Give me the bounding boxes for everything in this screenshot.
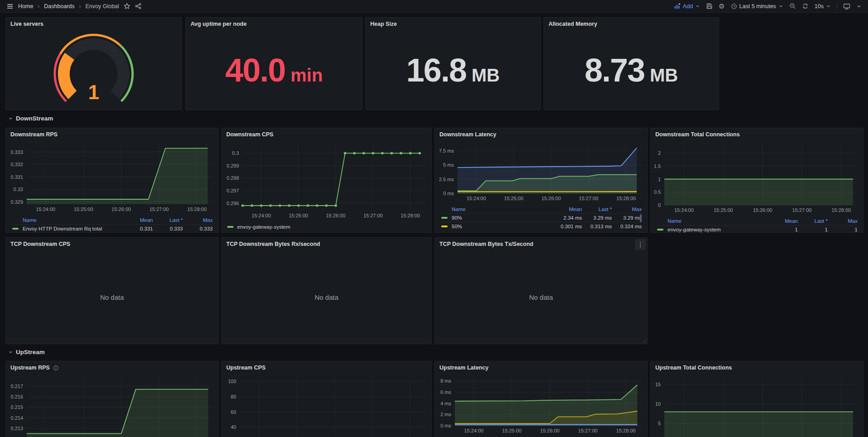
downstream-latency-chart[interactable]: 15:24:0015:25:0015:26:0015:27:0015:28:00…: [435, 141, 647, 205]
panel-tcp-downstream-cps: TCP Downstream CPS No data: [5, 237, 219, 344]
hamburger-menu-icon[interactable]: [6, 3, 14, 10]
panel-title[interactable]: TCP Downstream Bytes Rx/second: [222, 238, 431, 250]
gauge-svg: 1: [8, 30, 180, 108]
svg-text:15:24:00: 15:24:00: [464, 428, 484, 433]
add-button[interactable]: Add: [674, 3, 700, 10]
svg-text:40: 40: [231, 424, 236, 430]
panel-allocated-memory: Allocated Memory 8.73 MB: [544, 17, 719, 110]
panel-title[interactable]: TCP Downstream CPS: [6, 238, 218, 250]
legend-series-name[interactable]: 90%: [441, 215, 552, 221]
save-dashboard-icon[interactable]: [706, 3, 713, 10]
svg-text:15:26:00: 15:26:00: [540, 428, 560, 433]
legend-col[interactable]: Mean: [768, 218, 798, 224]
legend-scrollbar[interactable]: [640, 214, 642, 222]
panel-title-text: TCP Downstream Bytes Rx/second: [226, 241, 320, 247]
panel-title[interactable]: Allocated Memory: [544, 18, 719, 30]
legend-series-name[interactable]: envoy-gateway-system: [657, 227, 768, 232]
panel-menu-kebab-icon[interactable]: ⋮: [635, 239, 646, 250]
legend-col[interactable]: Mean: [123, 217, 153, 223]
panel-upstream-total-connections: Upstream Total Connections 15:24:0015:25…: [650, 361, 863, 437]
tv-mode-icon[interactable]: [843, 3, 850, 10]
panel-title[interactable]: Downstream Total Connections: [651, 128, 863, 141]
panel-title[interactable]: Live servers: [6, 18, 181, 30]
panel-title[interactable]: Upstream CPS: [222, 361, 431, 374]
svg-text:15:27:00: 15:27:00: [579, 196, 598, 201]
share-icon[interactable]: [135, 3, 142, 10]
upstream-total-connections-chart[interactable]: 15:24:0015:25:0015:26:0015:27:0015:28:00…: [651, 374, 863, 437]
svg-text:8 ms: 8 ms: [440, 378, 451, 384]
panel-title[interactable]: Avg uptime per node: [186, 18, 362, 30]
downstream-cps-chart[interactable]: 15:24:0015:25:0015:26:0015:27:0015:28:00…: [222, 141, 431, 222]
legend-col[interactable]: Max: [828, 218, 858, 224]
svg-text:15:25:00: 15:25:00: [289, 213, 308, 218]
stat-value: 8.73: [585, 52, 644, 89]
svg-text:80: 80: [231, 394, 236, 399]
downstream-rps-chart[interactable]: 15:24:0015:25:0015:26:0015:27:0015:28:00…: [6, 141, 218, 216]
legend-col[interactable]: Last *: [582, 206, 612, 212]
panel-title[interactable]: Upstream RPS: [6, 361, 218, 374]
downstream-total-connections-chart[interactable]: 15:24:0015:25:0015:26:0015:27:0015:28:00…: [651, 141, 863, 217]
svg-text:15:24:00: 15:24:00: [36, 206, 55, 212]
section-upstream[interactable]: UpStream: [8, 347, 45, 357]
legend-col[interactable]: Mean: [552, 206, 582, 212]
no-data-message: No data: [6, 250, 218, 344]
chevron-down-icon[interactable]: [856, 4, 862, 9]
svg-text:15:28:00: 15:28:00: [187, 206, 207, 212]
legend: envoy-gateway-system: [227, 224, 427, 230]
legend-value: 0.333: [153, 226, 183, 231]
zoom-out-time-icon[interactable]: [789, 3, 796, 10]
upstream-latency-chart[interactable]: 15:24:0015:25:0015:26:0015:27:0015:28:00…: [435, 374, 647, 437]
legend-value: 1: [828, 227, 858, 232]
upstream-cps-chart[interactable]: 15:24:0015:25:0015:26:0015:27:0015:28:00…: [222, 374, 431, 437]
svg-text:0.215: 0.215: [10, 404, 23, 410]
svg-text:15:24:00: 15:24:00: [252, 213, 271, 218]
legend-table: NameMeanLast *Max90%2.34 ms3.29 ms3.29 m…: [441, 205, 642, 231]
panel-title[interactable]: Heap Size: [366, 18, 540, 30]
svg-text:1: 1: [658, 177, 661, 182]
svg-text:0.296: 0.296: [226, 201, 239, 206]
panel-title[interactable]: Downstream CPS: [222, 128, 431, 141]
panel-avg-uptime: Avg uptime per node 40.0 min: [186, 17, 362, 110]
panel-downstream-latency: Downstream Latency 15:24:0015:25:0015:26…: [434, 128, 648, 233]
svg-text:1: 1: [88, 81, 99, 103]
panel-upstream-latency: Upstream Latency 15:24:0015:25:0015:26:0…: [434, 361, 648, 437]
legend-col[interactable]: Last *: [798, 218, 828, 224]
panel-title[interactable]: Upstream Total Connections: [651, 361, 863, 374]
chart-svg: 15:24:0015:25:0015:26:0015:27:0015:28:00…: [222, 374, 430, 437]
refresh-icon[interactable]: [802, 3, 809, 10]
panel-title[interactable]: TCP Downstream Bytes Tx/Second: [435, 238, 647, 250]
legend-col[interactable]: Max: [183, 217, 213, 223]
upstream-rps-chart[interactable]: 15:24:0015:25:0015:26:0015:27:0015:28:00…: [6, 374, 218, 437]
legend-series-name[interactable]: 50%: [441, 224, 552, 229]
legend-col-name[interactable]: Name: [657, 218, 768, 224]
panel-title-text: Downstream RPS: [10, 131, 57, 138]
legend-table: NameMeanLast *MaxEnvoy HTTP Downstream R…: [12, 216, 213, 233]
panel-title[interactable]: Downstream Latency: [435, 128, 647, 141]
panel-tcp-downstream-bytes-tx: TCP Downstream Bytes Tx/Second No data ⋮: [434, 237, 648, 344]
legend-col[interactable]: Last *: [153, 217, 183, 223]
time-range-picker[interactable]: Last 5 minutes: [731, 3, 783, 10]
panel-title[interactable]: Downstream RPS: [6, 128, 218, 141]
svg-text:1.5: 1.5: [654, 163, 661, 169]
panel-tcp-downstream-bytes-rx: TCP Downstream Bytes Rx/second No data: [221, 237, 432, 344]
section-downstream[interactable]: DownStream: [8, 113, 53, 123]
refresh-interval-dropdown[interactable]: 10s: [815, 3, 831, 10]
svg-text:60: 60: [231, 409, 236, 415]
svg-text:15:28:00: 15:28:00: [616, 196, 636, 201]
legend-value: 0.324 ms: [612, 224, 642, 229]
panel-title-text: Allocated Memory: [548, 21, 597, 27]
panel-title[interactable]: Upstream Latency: [435, 361, 647, 374]
breadcrumb-home[interactable]: Home: [18, 3, 33, 10]
legend-item[interactable]: envoy-gateway-system: [227, 224, 291, 230]
star-icon[interactable]: [124, 3, 130, 10]
info-icon[interactable]: [53, 365, 59, 371]
svg-text:6 ms: 6 ms: [440, 389, 451, 395]
legend-col-name[interactable]: Name: [12, 217, 123, 223]
legend-col-name[interactable]: Name: [441, 206, 552, 212]
breadcrumb-dashboards[interactable]: Dashboards: [44, 3, 74, 10]
legend-row: Envoy HTTP Downstream Rq total0.3310.333…: [12, 224, 213, 233]
panel-resize-handle[interactable]: [642, 338, 646, 343]
legend-series-name[interactable]: Envoy HTTP Downstream Rq total: [12, 226, 123, 231]
dashboard-settings-gear-icon[interactable]: ⚙: [719, 3, 725, 10]
legend-col[interactable]: Max: [612, 206, 642, 212]
